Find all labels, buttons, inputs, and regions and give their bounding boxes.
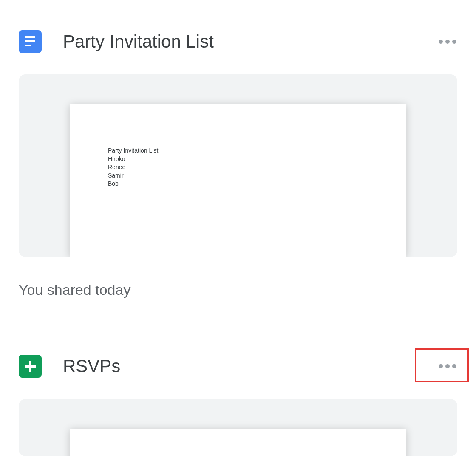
preview-container[interactable]: Party Invitation List Hiroko Renee Samir… bbox=[19, 74, 457, 257]
file-title: RSVPs bbox=[63, 356, 435, 376]
file-item: Party Invitation List Party Invitation L… bbox=[0, 0, 476, 325]
svg-rect-2 bbox=[25, 45, 31, 46]
dot-icon bbox=[445, 364, 450, 368]
svg-rect-0 bbox=[25, 36, 35, 38]
preview-line: Renee bbox=[108, 163, 406, 172]
preview-line: Bob bbox=[108, 180, 406, 188]
svg-rect-1 bbox=[25, 40, 35, 42]
svg-rect-4 bbox=[25, 365, 36, 368]
file-title: Party Invitation List bbox=[63, 31, 435, 52]
sheets-icon bbox=[19, 355, 42, 378]
docs-icon bbox=[19, 30, 42, 53]
preview-container[interactable] bbox=[19, 399, 457, 456]
file-item: RSVPs bbox=[0, 325, 476, 456]
file-shared-status: You shared today bbox=[19, 257, 457, 325]
file-header: Party Invitation List bbox=[19, 0, 457, 74]
file-header: RSVPs bbox=[19, 325, 457, 399]
dot-icon bbox=[452, 364, 456, 368]
dot-icon bbox=[445, 40, 450, 44]
preview-line: Party Invitation List bbox=[108, 147, 406, 155]
more-options-button[interactable] bbox=[435, 359, 460, 373]
dot-icon bbox=[452, 40, 456, 44]
more-options-button[interactable] bbox=[435, 34, 460, 49]
preview-line: Samir bbox=[108, 172, 406, 180]
document-preview bbox=[70, 429, 406, 456]
dot-icon bbox=[439, 364, 443, 368]
document-preview: Party Invitation List Hiroko Renee Samir… bbox=[70, 104, 406, 257]
preview-line: Hiroko bbox=[108, 155, 406, 164]
dot-icon bbox=[439, 40, 443, 44]
document-content: Party Invitation List Hiroko Renee Samir… bbox=[108, 147, 406, 188]
